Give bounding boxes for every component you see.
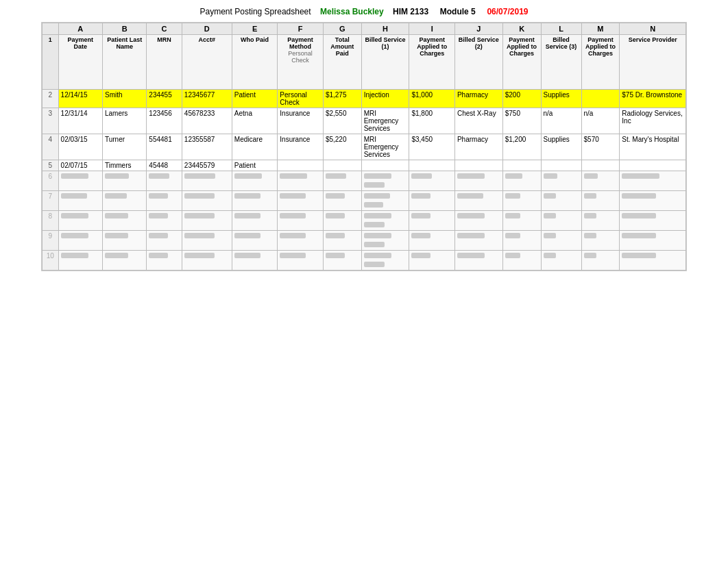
cell-4-a: 02/03/15 xyxy=(58,134,102,160)
cell-4-c: 554481 xyxy=(147,134,182,160)
user-name: Melissa Buckley xyxy=(320,7,384,16)
cell-7-g xyxy=(323,191,361,211)
cell-5-l xyxy=(541,160,581,171)
cell-8-l xyxy=(541,211,581,231)
cell-10-c xyxy=(147,251,182,271)
cell-6-a xyxy=(58,171,102,191)
cell-5-c: 45448 xyxy=(147,160,182,171)
cell-9-d xyxy=(182,231,232,251)
cell-10-m xyxy=(581,251,620,271)
cell-7-a xyxy=(58,191,102,211)
cell-3-i: $1,800 xyxy=(409,108,455,134)
col-k-header: Payment Applied to Charges xyxy=(502,35,541,90)
table-row: 9 xyxy=(43,231,686,251)
col-j-letter: J xyxy=(454,23,502,35)
cell-8-i xyxy=(409,211,455,231)
corner-cell xyxy=(43,23,59,35)
col-k-letter: K xyxy=(502,23,541,35)
cell-8-a xyxy=(58,211,102,231)
cell-2-f: Personal Check xyxy=(278,90,324,108)
row-num-8: 8 xyxy=(43,211,59,231)
cell-8-n xyxy=(620,211,686,231)
cell-8-k xyxy=(502,211,541,231)
col-j-header: Billed Service (2) xyxy=(454,35,502,90)
row-num-5: 5 xyxy=(43,160,59,171)
cell-7-h xyxy=(361,191,409,211)
cell-10-b xyxy=(102,251,146,271)
cell-6-g xyxy=(323,171,361,191)
table-row: 10 xyxy=(43,251,686,271)
cell-4-f: Insurance xyxy=(278,134,324,160)
cell-2-j: Pharmacy xyxy=(454,90,502,108)
row-num-header: 1 xyxy=(43,35,59,90)
cell-4-h: MRI Emergency Services xyxy=(361,134,409,160)
cell-10-h xyxy=(361,251,409,271)
cell-2-k: $200 xyxy=(502,90,541,108)
cell-7-k xyxy=(502,191,541,211)
cell-8-e xyxy=(232,211,278,231)
cell-9-m xyxy=(581,231,620,251)
cell-5-b: Timmers xyxy=(102,160,146,171)
table-row: 5 02/07/15 Timmers 45448 23445579 Patien… xyxy=(43,160,686,171)
table-row: 3 12/31/14 Lamers 123456 45678233 Aetna … xyxy=(43,108,686,134)
cell-5-g xyxy=(323,160,361,171)
table-row: 7 xyxy=(43,191,686,211)
cell-7-m xyxy=(581,191,620,211)
col-g-letter: G xyxy=(323,23,361,35)
col-a-letter: A xyxy=(58,23,102,35)
cell-3-h: MRI Emergency Services xyxy=(361,108,409,134)
cell-10-f xyxy=(278,251,324,271)
cell-5-m xyxy=(581,160,620,171)
col-m-header: Payment Applied to Charges xyxy=(581,35,620,90)
cell-2-a: 12/14/15 xyxy=(58,90,102,108)
column-headers-row: 1 Payment Date Patient Last Name MRN Acc… xyxy=(43,35,686,90)
col-e-header: Who Paid xyxy=(232,35,278,90)
cell-8-b xyxy=(102,211,146,231)
cell-3-d: 45678233 xyxy=(182,108,232,134)
row-num-6: 6 xyxy=(43,171,59,191)
cell-7-n xyxy=(620,191,686,211)
col-l-letter: L xyxy=(541,23,581,35)
table-row: 2 12/14/15 Smith 234455 12345677 Patient… xyxy=(43,90,686,108)
cell-10-i xyxy=(409,251,455,271)
cell-4-b: Turner xyxy=(102,134,146,160)
col-a-header: Payment Date xyxy=(58,35,102,90)
row-num-3: 3 xyxy=(43,108,59,134)
cell-3-c: 123456 xyxy=(147,108,182,134)
cell-4-l: Supplies xyxy=(541,134,581,160)
cell-2-e: Patient xyxy=(232,90,278,108)
cell-6-f xyxy=(278,171,324,191)
col-d-header: Acct# xyxy=(182,35,232,90)
table-row: 6 xyxy=(43,171,686,191)
cell-4-i: $3,450 xyxy=(409,134,455,160)
cell-7-l xyxy=(541,191,581,211)
cell-2-l: Supplies xyxy=(541,90,581,108)
cell-8-d xyxy=(182,211,232,231)
col-l-header: Billed Service (3) xyxy=(541,35,581,90)
cell-5-j xyxy=(454,160,502,171)
cell-8-h xyxy=(361,211,409,231)
cell-9-h xyxy=(361,231,409,251)
cell-3-f: Insurance xyxy=(278,108,324,134)
cell-3-g: $2,550 xyxy=(323,108,361,134)
cell-9-f xyxy=(278,231,324,251)
col-g-header: Total Amount Paid xyxy=(323,35,361,90)
cell-6-n xyxy=(620,171,686,191)
cell-4-m: $570 xyxy=(581,134,620,160)
cell-8-m xyxy=(581,211,620,231)
cell-6-e xyxy=(232,171,278,191)
cell-10-j xyxy=(454,251,502,271)
cell-3-k: $750 xyxy=(502,108,541,134)
col-c-header: MRN xyxy=(147,35,182,90)
cell-2-g: $1,275 xyxy=(323,90,361,108)
row-num-10: 10 xyxy=(43,251,59,271)
cell-2-h: Injection xyxy=(361,90,409,108)
cell-8-c xyxy=(147,211,182,231)
table-body: 2 12/14/15 Smith 234455 12345677 Patient… xyxy=(43,90,686,271)
cell-5-f xyxy=(278,160,324,171)
cell-9-l xyxy=(541,231,581,251)
cell-3-m: n/a xyxy=(581,108,620,134)
cell-9-j xyxy=(454,231,502,251)
cell-3-j: Chest X-Ray xyxy=(454,108,502,134)
cell-4-n: St. Mary's Hospital xyxy=(620,134,686,160)
